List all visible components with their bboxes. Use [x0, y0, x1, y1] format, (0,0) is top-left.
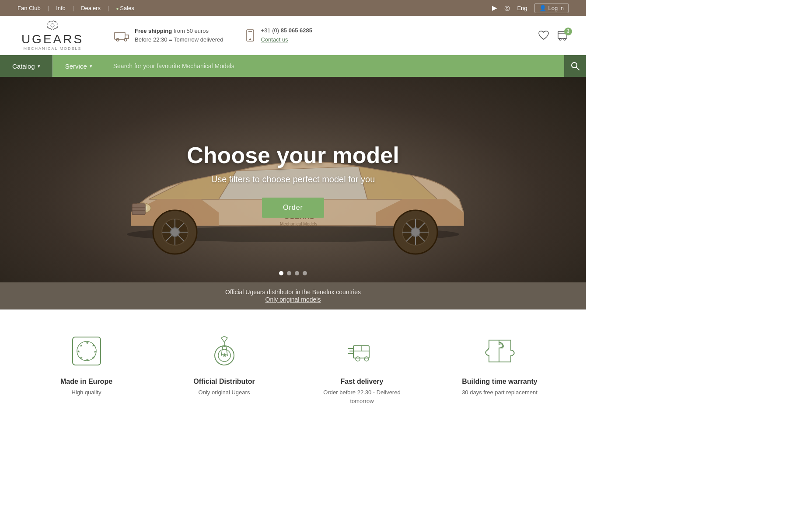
feature-distributor-title: Official Distributor	[193, 378, 255, 386]
logo-area: UGEARS Mechanical Models	[17, 20, 87, 51]
phone-info: +31 (0) 85 065 6285 Contact us	[245, 26, 312, 45]
svg-point-10	[572, 63, 577, 68]
svg-point-0	[51, 24, 54, 27]
catalog-label: Catalog	[12, 63, 35, 70]
cart-badge: 3	[564, 28, 572, 35]
feature-delivery-title: Fast delivery	[341, 378, 384, 386]
svg-rect-1	[115, 32, 125, 39]
search-input[interactable]	[113, 63, 555, 70]
svg-text:Mechanical Models: Mechanical Models	[280, 222, 318, 226]
svg-rect-29	[132, 204, 145, 215]
instagram-icon[interactable]: ◎	[504, 4, 510, 12]
svg-text:★: ★	[80, 344, 83, 348]
person-icon: 👤	[539, 5, 546, 11]
search-button[interactable]	[564, 55, 586, 77]
feature-delivery-desc: Order before 22.30 - Delivered tomorrow	[314, 388, 410, 405]
separator2: |	[73, 5, 74, 11]
svg-text:★: ★	[94, 350, 97, 354]
service-nav[interactable]: Service ▾	[52, 55, 105, 77]
logo-gear-icon	[42, 20, 63, 33]
catalog-nav[interactable]: Catalog ▾	[0, 55, 52, 77]
delivery-icon	[342, 331, 382, 371]
wishlist-button[interactable]	[538, 30, 549, 41]
shipping-strong: Free shipping	[135, 28, 172, 34]
header-right: 3	[538, 30, 569, 41]
svg-text:★: ★	[86, 358, 89, 362]
hero-dot-1[interactable]	[279, 271, 283, 275]
sales-dot: ●	[116, 6, 120, 11]
feature-distributor: ★ Official Distributor Only original Uge…	[176, 331, 272, 397]
hero-dots	[279, 271, 307, 275]
feature-warranty-desc: 30 days free part replacement	[462, 388, 538, 397]
separator3: |	[108, 5, 109, 11]
service-chevron-icon: ▾	[90, 63, 92, 69]
top-bar: Fan Club | Info | Dealers | ● Sales ▶ ◎ …	[0, 0, 586, 16]
svg-point-6	[250, 38, 251, 40]
features-section: ★ ★ ★ ★ ★ ★ ★ ★ Made in Europe High qual…	[0, 309, 586, 418]
separator: |	[48, 5, 49, 11]
svg-point-8	[559, 38, 561, 40]
shipping-info: Free shipping from 50 euros Before 22:30…	[114, 27, 223, 44]
svg-point-2	[116, 38, 119, 41]
hero-dot-3[interactable]	[295, 271, 299, 275]
hero-section: UGEARS Mechanical Models Choose your mod…	[0, 77, 586, 282]
svg-text:★: ★	[80, 356, 83, 360]
svg-text:★: ★	[92, 344, 95, 348]
nav-bar: Catalog ▾ Service ▾	[0, 55, 586, 77]
service-label: Service	[65, 63, 87, 70]
svg-line-11	[576, 67, 579, 70]
shipping-icon	[114, 29, 129, 42]
feature-warranty-title: Building time warranty	[462, 378, 537, 386]
svg-text:★: ★	[77, 350, 80, 354]
info-link[interactable]: Info	[56, 5, 66, 11]
sales-link[interactable]: ● Sales	[116, 5, 134, 11]
phone-text: +31 (0) 85 065 6285 Contact us	[261, 26, 312, 45]
feature-delivery: Fast delivery Order before 22.30 - Deliv…	[314, 331, 410, 405]
phone-prefix: +31 (0)	[261, 27, 279, 34]
language-selector[interactable]: Eng	[517, 5, 527, 11]
header: UGEARS Mechanical Models Free shipping f…	[0, 16, 586, 55]
svg-point-55	[364, 357, 369, 361]
login-button[interactable]: 👤 Log in	[534, 3, 569, 13]
europe-icon: ★ ★ ★ ★ ★ ★ ★ ★	[67, 331, 106, 371]
logo-brand: UGEARS	[21, 33, 84, 45]
feature-europe-title: Made in Europe	[60, 378, 112, 386]
hero-dot-4[interactable]	[303, 271, 307, 275]
phone-icon	[245, 29, 255, 42]
top-bar-right: ▶ ◎ Eng 👤 Log in	[492, 3, 569, 13]
original-models-link[interactable]: Only original models	[265, 296, 321, 303]
svg-text:★: ★	[92, 356, 95, 360]
svg-text:★: ★	[86, 341, 89, 345]
banner-strip: Official Ugears distributor in the Benel…	[0, 282, 586, 309]
banner-text: Official Ugears distributor in the Benel…	[9, 289, 577, 296]
feature-distributor-desc: Only original Ugears	[199, 388, 250, 397]
svg-point-54	[356, 357, 360, 361]
svg-point-9	[564, 38, 566, 40]
hero-subtitle: Use filters to choose perfect model for …	[187, 174, 399, 184]
feature-europe: ★ ★ ★ ★ ★ ★ ★ ★ Made in Europe High qual…	[38, 331, 135, 397]
header-middle: Free shipping from 50 euros Before 22:30…	[87, 26, 538, 45]
hero-content: Choose your model Use filters to choose …	[187, 142, 399, 218]
search-area	[105, 63, 564, 70]
puzzle-icon	[480, 331, 520, 371]
shipping-rest: from 50 euros	[172, 28, 209, 34]
hero-title: Choose your model	[187, 142, 399, 168]
fan-club-link[interactable]: Fan Club	[17, 5, 41, 11]
cart-button[interactable]: 3	[556, 30, 569, 41]
phone-number: 85 065 6285	[279, 27, 312, 34]
youtube-icon[interactable]: ▶	[492, 4, 497, 12]
shipping-line2: Before 22:30 = Tomorrow delivered	[135, 36, 223, 43]
top-bar-left: Fan Club | Info | Dealers | ● Sales	[17, 5, 134, 11]
svg-text:★: ★	[222, 352, 227, 358]
feature-warranty: Building time warranty 30 days free part…	[452, 331, 548, 397]
hero-dot-2[interactable]	[287, 271, 291, 275]
svg-point-3	[124, 38, 127, 41]
logo-sub: Mechanical Models	[23, 46, 81, 51]
catalog-chevron-icon: ▾	[38, 63, 40, 69]
feature-europe-desc: High quality	[72, 388, 101, 397]
order-button[interactable]: Order	[262, 198, 324, 218]
contact-us-link[interactable]: Contact us	[261, 36, 288, 43]
dealers-link[interactable]: Dealers	[81, 5, 101, 11]
shipping-text: Free shipping from 50 euros Before 22:30…	[135, 27, 223, 44]
medal-icon: ★	[205, 331, 244, 371]
